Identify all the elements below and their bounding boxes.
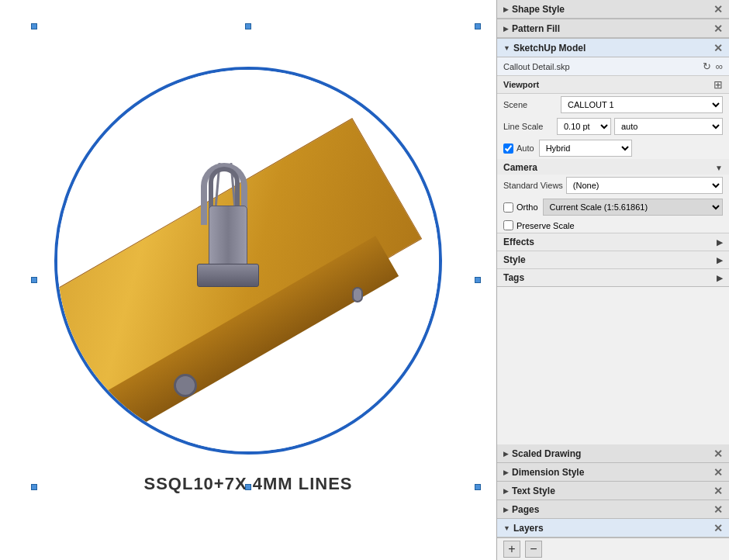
shape-style-close-icon[interactable]: ✕ <box>713 3 723 16</box>
handle-bottom-middle[interactable] <box>245 484 251 490</box>
scaled-drawing-header-left: ▶ Scaled Drawing <box>503 448 581 459</box>
handle-bottom-right[interactable] <box>475 484 481 490</box>
pages-section[interactable]: ▶ Pages ✕ <box>497 500 729 519</box>
dimension-style-section[interactable]: ▶ Dimension Style ✕ <box>497 463 729 482</box>
handle-bottom-left[interactable] <box>31 484 37 490</box>
hook-inner <box>209 167 240 209</box>
scaled-drawing-title: Scaled Drawing <box>512 448 581 459</box>
ortho-label: Ortho <box>517 202 538 212</box>
text-style-section[interactable]: ▶ Text Style ✕ <box>497 482 729 500</box>
pattern-fill-arrow-icon: ▶ <box>503 25 509 33</box>
preserve-scale-label: Preserve Scale <box>517 221 575 230</box>
file-icons: ↻ ∞ <box>703 60 723 72</box>
dimension-style-header-left: ▶ Dimension Style <box>503 467 584 478</box>
style-row[interactable]: Style ▶ <box>497 251 729 268</box>
refresh-icon[interactable]: ↻ <box>703 60 711 72</box>
text-style-close-icon[interactable]: ✕ <box>713 485 723 497</box>
line-scale-select[interactable]: 0.10 pt <box>557 118 611 135</box>
standard-views-select[interactable]: (None) <box>566 177 723 194</box>
tags-row[interactable]: Tags ▶ <box>497 268 729 286</box>
scaled-drawing-arrow-icon: ▶ <box>503 450 509 458</box>
viewport-header-row: Viewport ⊞ <box>497 76 729 94</box>
layers-section[interactable]: ▼ Layers ✕ <box>497 519 729 538</box>
link-icon[interactable]: ∞ <box>716 60 723 72</box>
camera-arrow-icon: ▼ <box>715 164 723 172</box>
shape-style-title: Shape Style <box>512 4 565 15</box>
shape-style-header-left: ▶ Shape Style <box>503 4 565 15</box>
sketchup-model-arrow-icon: ▼ <box>503 44 510 52</box>
hardware-assembly <box>189 163 282 287</box>
handle-middle-right[interactable] <box>475 277 481 283</box>
model-viewport[interactable] <box>54 67 442 455</box>
ortho-checkbox[interactable] <box>503 202 513 213</box>
handle-middle-left[interactable] <box>31 277 37 283</box>
standard-views-row: Standard Views (None) <box>497 175 729 196</box>
add-remove-row: + − <box>497 538 729 560</box>
file-row: Callout Detail.skp ↻ ∞ <box>497 57 729 76</box>
shape-style-arrow-icon: ▶ <box>503 5 509 13</box>
sketchup-model-title: SketchUp Model <box>513 43 586 54</box>
style-arrow-icon: ▶ <box>717 256 723 264</box>
sketchup-model-header[interactable]: ▼ SketchUp Model ✕ <box>497 39 729 57</box>
text-style-arrow-icon: ▶ <box>503 487 509 495</box>
auto-label: Auto <box>517 143 534 153</box>
add-layer-button[interactable]: + <box>503 541 520 558</box>
remove-layer-button[interactable]: − <box>525 541 542 558</box>
viewport-label: Viewport <box>503 80 539 89</box>
handle-top-left[interactable] <box>31 23 37 29</box>
shape-style-header[interactable]: ▶ Shape Style ✕ <box>497 0 729 19</box>
preserve-scale-checkbox[interactable] <box>503 220 513 230</box>
ortho-row: Ortho Current Scale (1:5.61861) <box>497 196 729 218</box>
scene-content <box>57 70 439 451</box>
tags-arrow-icon: ▶ <box>717 274 723 282</box>
dimension-style-title: Dimension Style <box>512 467 584 478</box>
spacer <box>497 287 729 444</box>
line-scale-label: Line Scale <box>503 122 554 131</box>
pattern-fill-close-icon[interactable]: ✕ <box>713 22 723 35</box>
text-style-title: Text Style <box>512 486 555 496</box>
layers-header-left: ▼ Layers <box>503 523 544 534</box>
pattern-fill-title: Pattern Fill <box>512 23 560 34</box>
camera-label: Camera <box>503 162 537 173</box>
text-style-header-left: ▶ Text Style <box>503 486 555 496</box>
pattern-fill-header[interactable]: ▶ Pattern Fill ✕ <box>497 19 729 38</box>
wheel <box>174 374 197 397</box>
pages-title: Pages <box>512 504 539 515</box>
scaled-drawing-section[interactable]: ▶ Scaled Drawing ✕ <box>497 444 729 463</box>
scaled-drawing-close-icon[interactable]: ✕ <box>713 448 723 460</box>
handle-top-right[interactable] <box>475 23 481 29</box>
auto-checkbox[interactable] <box>503 143 513 154</box>
camera-section: Camera ▼ <box>497 159 729 175</box>
canvas-area: SSQL10+7X 4MM LINES <box>0 0 496 560</box>
dimension-style-arrow-icon: ▶ <box>503 468 509 476</box>
layers-arrow-icon: ▼ <box>503 524 510 532</box>
right-panel: ▶ Shape Style ✕ ▶ Pattern Fill ✕ ▼ Sketc… <box>496 0 729 560</box>
effects-label: Effects <box>503 237 534 247</box>
handle-top-middle[interactable] <box>245 23 251 29</box>
ortho-checkbox-label: Ortho <box>503 202 538 213</box>
line-scale-auto-select[interactable]: auto <box>614 118 723 135</box>
scene-label: Scene <box>503 100 558 109</box>
shape-style-section: ▶ Shape Style ✕ <box>497 0 729 19</box>
bolt-detail <box>352 287 363 302</box>
scene-select[interactable]: CALLOUT 1 <box>561 96 723 113</box>
style-label: Style <box>503 254 526 265</box>
auto-checkbox-label: Auto <box>503 143 534 154</box>
pattern-fill-section: ▶ Pattern Fill ✕ <box>497 19 729 39</box>
auto-row: Auto Hybrid <box>497 137 729 159</box>
layers-close-icon[interactable]: ✕ <box>713 522 723 534</box>
dimension-style-close-icon[interactable]: ✕ <box>713 466 723 479</box>
current-scale-select[interactable]: Current Scale (1:5.61861) <box>543 199 723 216</box>
line-scale-row: Line Scale 0.10 pt auto <box>497 116 729 137</box>
effects-arrow-icon: ▶ <box>717 238 723 247</box>
hardware-body <box>209 206 247 268</box>
pattern-fill-header-left: ▶ Pattern Fill <box>503 23 560 34</box>
pages-close-icon[interactable]: ✕ <box>713 503 723 516</box>
viewport-icon[interactable]: ⊞ <box>713 78 723 91</box>
hardware-base <box>197 264 259 287</box>
preserve-scale-row: Preserve Scale <box>497 218 729 233</box>
effects-row[interactable]: Effects ▶ <box>497 233 729 251</box>
sketchup-model-section: ▼ SketchUp Model ✕ Callout Detail.skp ↻ … <box>497 39 729 287</box>
sketchup-model-close-icon[interactable]: ✕ <box>713 42 723 54</box>
render-mode-select[interactable]: Hybrid <box>539 140 632 157</box>
